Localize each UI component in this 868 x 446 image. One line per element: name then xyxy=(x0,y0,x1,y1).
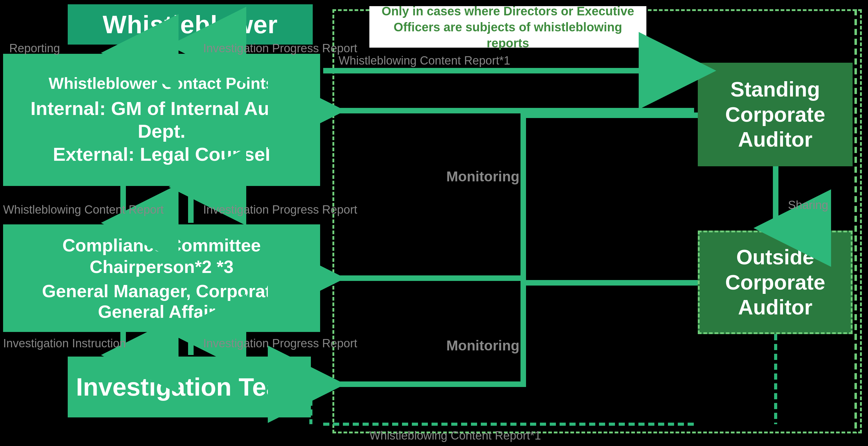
svg-text:Reporting: Reporting xyxy=(9,42,60,55)
svg-text:Investigation Progress Report: Investigation Progress Report xyxy=(203,203,358,216)
note-text: Only in cases where Directors or Executi… xyxy=(375,3,640,51)
standing-auditor-box: StandingCorporateAuditor xyxy=(698,63,852,166)
whistleblower-label: Whistleblower xyxy=(103,10,278,39)
contact-internal: Internal: GM of Internal Audit Dept. Ext… xyxy=(9,97,314,166)
investigation-box: Investigation Team xyxy=(68,356,311,417)
svg-text:Whistleblowing Content Report*: Whistleblowing Content Report*1 xyxy=(369,429,541,442)
svg-text:Whistleblowing Content Report*: Whistleblowing Content Report*1 xyxy=(339,54,510,67)
svg-text:Monitoring: Monitoring xyxy=(446,168,520,184)
diagram: Only in cases where Directors or Executi… xyxy=(0,0,868,446)
svg-text:Monitoring: Monitoring xyxy=(446,338,520,353)
investigation-label: Investigation Team xyxy=(76,373,303,402)
compliance-line1: Compliance Committee Chairperson*2 *3 xyxy=(9,235,314,277)
whistleblower-box: Whistleblower xyxy=(68,4,313,44)
outside-auditor-box: OutsideCorporateAuditor xyxy=(698,231,852,334)
svg-text:Sharing: Sharing xyxy=(788,199,828,211)
compliance-line2: General Manager, Corporate General Affai… xyxy=(9,281,314,322)
standing-auditor-label: StandingCorporateAuditor xyxy=(725,77,825,152)
contact-title: Whistleblower Contact Points xyxy=(49,74,275,93)
compliance-box: Compliance Committee Chairperson*2 *3 Ge… xyxy=(3,225,320,332)
svg-text:Investigation Instruction: Investigation Instruction xyxy=(3,337,126,350)
contact-box: Whistleblower Contact Points Internal: G… xyxy=(3,54,320,186)
svg-text:Investigation Progress Report: Investigation Progress Report xyxy=(203,337,358,350)
svg-text:Whistleblowing Content Report: Whistleblowing Content Report xyxy=(3,203,164,216)
note-box: Only in cases where Directors or Executi… xyxy=(369,6,646,48)
outside-auditor-label: OutsideCorporateAuditor xyxy=(725,245,825,320)
